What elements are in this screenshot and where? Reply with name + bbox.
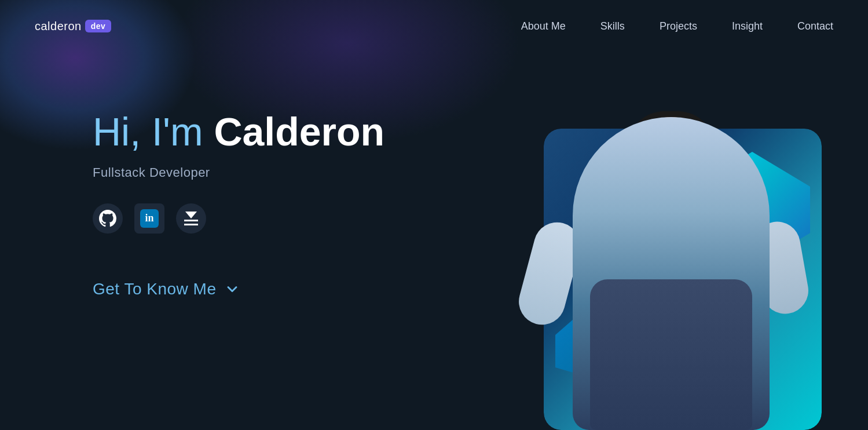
download-cv-button[interactable] [176,203,206,234]
download-line [184,220,198,221]
download-arrow [185,212,197,218]
download-icon [184,212,198,225]
get-to-know-text: Get To Know Me [93,280,216,298]
linkedin-button[interactable]: in [134,203,164,234]
nav-link-about[interactable]: About Me [521,20,566,32]
nav-item-projects[interactable]: Projects [660,20,697,32]
download-base [184,224,198,225]
hero-image-container [509,82,833,430]
nav-link-projects[interactable]: Projects [660,20,697,32]
nav-link-skills[interactable]: Skills [600,20,625,32]
person-figure [550,94,793,430]
chevron-down-icon [224,281,240,297]
nav-item-contact[interactable]: Contact [797,20,833,32]
navbar: calderon dev About Me Skills Projects In… [0,0,868,52]
hero-greeting-hi: Hi, I'm [93,110,214,154]
github-icon [99,210,116,227]
logo-badge: dev [85,20,112,32]
linkedin-icon: in [140,209,159,228]
nav-link-insight[interactable]: Insight [732,20,763,32]
nav-link-contact[interactable]: Contact [797,20,833,32]
hero-subtitle: Fullstack Developer [93,165,498,180]
nav-links: About Me Skills Projects Insight Contact [521,20,833,32]
hero-name: Calderon [214,110,384,154]
nav-item-skills[interactable]: Skills [600,20,625,32]
get-to-know-button[interactable]: Get To Know Me [93,280,498,298]
logo[interactable]: calderon dev [35,20,111,33]
hero-title: Hi, I'm Calderon [93,110,498,154]
logo-text: calderon [35,20,82,33]
hero-content: Hi, I'm Calderon Fullstack Developer in [93,87,498,298]
github-button[interactable] [93,203,123,234]
person-legs [590,279,752,430]
person-photo [544,82,799,430]
nav-item-about[interactable]: About Me [521,20,566,32]
hero-section: Hi, I'm Calderon Fullstack Developer in [0,52,868,430]
nav-item-insight[interactable]: Insight [732,20,763,32]
social-icons: in [93,203,498,234]
